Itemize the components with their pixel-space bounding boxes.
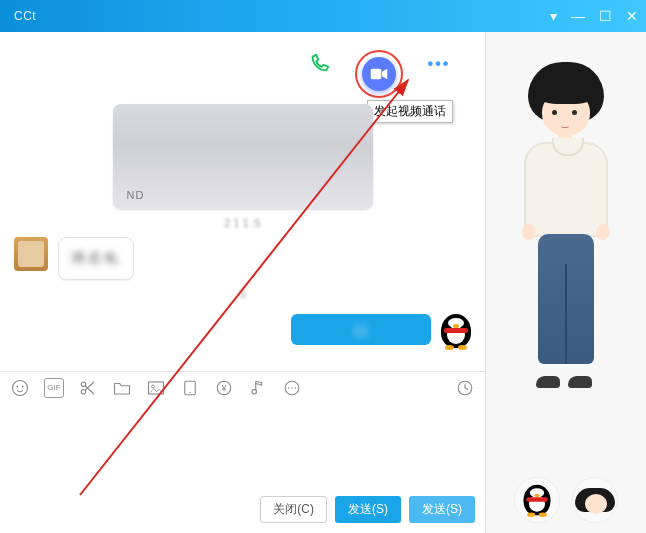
capture-icon xyxy=(181,379,199,397)
contact-avatar[interactable] xyxy=(14,237,48,271)
svg-point-16 xyxy=(295,387,297,389)
svg-point-12 xyxy=(252,390,257,395)
folder-icon xyxy=(113,380,131,396)
window-title: CCt xyxy=(14,9,36,23)
money-button[interactable]: ¥ xyxy=(214,378,234,398)
music-button[interactable] xyxy=(248,378,268,398)
compose-toolbar: GIF ¥ xyxy=(0,371,485,404)
emoji-button[interactable] xyxy=(10,378,30,398)
more-button[interactable]: ••• xyxy=(425,50,453,78)
image-icon xyxy=(147,380,165,396)
svg-point-15 xyxy=(291,387,293,389)
compose-area[interactable] xyxy=(0,404,485,490)
timestamp: 5 xyxy=(14,288,471,300)
file-button[interactable] xyxy=(112,378,132,398)
send-dropdown-button[interactable]: 发送(S) xyxy=(409,496,475,523)
chat-panel: ••• 发起视频通话 2 1 1 :5 消 态 化. xyxy=(0,32,486,533)
more-tools-button[interactable] xyxy=(282,378,302,398)
titlebar: CCt ▾ — ☐ ✕ xyxy=(0,0,646,32)
outgoing-text: [ ] xyxy=(356,322,367,337)
mini-avatar-contact[interactable] xyxy=(572,477,618,523)
timestamp: 2 1 1 :5 xyxy=(14,217,471,229)
menu-down-icon[interactable]: ▾ xyxy=(550,9,557,23)
message-area: 2 1 1 :5 消 态 化. 5 xyxy=(0,98,485,371)
emoji-icon xyxy=(11,379,29,397)
video-icon xyxy=(370,67,388,81)
money-icon: ¥ xyxy=(215,379,233,397)
mini-avatars xyxy=(504,467,628,533)
close-icon[interactable]: ✕ xyxy=(626,9,638,23)
close-button[interactable]: 关闭(C) xyxy=(260,496,327,523)
image-button[interactable] xyxy=(146,378,166,398)
svg-rect-0 xyxy=(371,69,382,80)
svg-point-14 xyxy=(288,387,290,389)
incoming-row: 消 态 化. xyxy=(14,237,471,280)
incoming-bubble: 消 态 化. xyxy=(58,237,134,280)
button-row: 关闭(C) 发送(S) 发送(S) xyxy=(0,490,485,533)
image-message[interactable] xyxy=(113,104,373,209)
svg-point-9 xyxy=(189,392,191,394)
svg-point-7 xyxy=(152,385,155,388)
video-call-button[interactable] xyxy=(362,57,396,91)
history-icon xyxy=(456,379,474,397)
svg-text:¥: ¥ xyxy=(221,384,227,393)
minimize-icon[interactable]: — xyxy=(571,9,585,23)
history-button[interactable] xyxy=(455,378,475,398)
voice-call-button[interactable] xyxy=(305,50,333,78)
capture-button[interactable] xyxy=(180,378,200,398)
svg-point-1 xyxy=(13,381,28,396)
send-button[interactable]: 发送(S) xyxy=(335,496,401,523)
call-row: ••• 发起视频通话 xyxy=(0,32,485,98)
screenshot-button[interactable] xyxy=(78,378,98,398)
music-icon xyxy=(250,379,266,397)
mini-avatar-self[interactable] xyxy=(514,477,560,523)
maximize-icon[interactable]: ☐ xyxy=(599,9,612,23)
outgoing-bubble: [ ] xyxy=(291,314,431,345)
outgoing-row: [ ] xyxy=(14,314,471,348)
scissors-icon xyxy=(79,379,97,397)
contact-portrait xyxy=(506,62,626,382)
side-panel xyxy=(486,32,646,533)
svg-point-2 xyxy=(16,386,18,388)
window-buttons: ▾ — ☐ ✕ xyxy=(550,9,638,23)
self-avatar[interactable] xyxy=(441,314,471,348)
more-icon xyxy=(283,379,301,397)
svg-point-3 xyxy=(22,386,24,388)
video-call-highlight xyxy=(355,50,403,98)
gif-button[interactable]: GIF xyxy=(44,378,64,398)
phone-icon xyxy=(308,53,330,75)
incoming-text: 消 态 化. xyxy=(71,248,121,269)
